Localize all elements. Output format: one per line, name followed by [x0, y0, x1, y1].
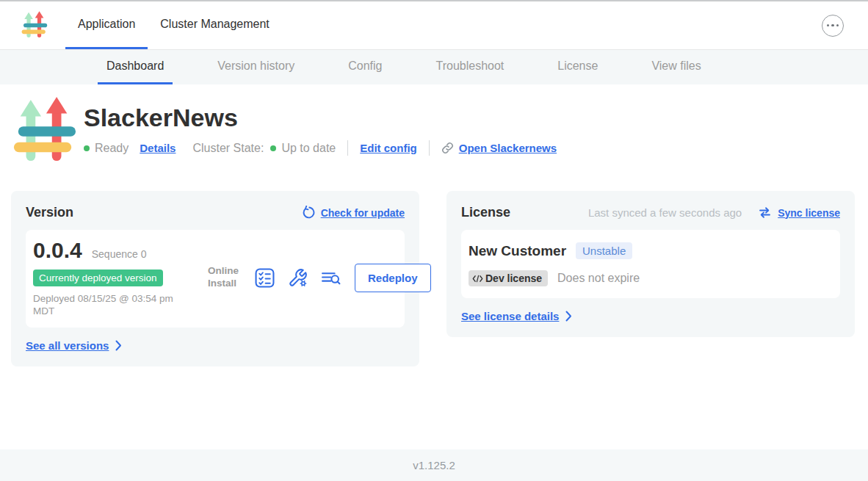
- chevron-right-icon: [115, 340, 122, 351]
- refresh-icon: [301, 206, 315, 220]
- deployed-timestamp: Deployed 08/15/25 @ 03:54 pm MDT: [33, 292, 192, 318]
- subtab-dashboard[interactable]: Dashboard: [98, 50, 173, 84]
- license-type-badge: Dev license: [469, 270, 548, 286]
- open-app-link-label: Open Slackernews: [459, 142, 557, 154]
- subtab-view-files-label: View files: [651, 59, 701, 73]
- app-logo-small[interactable]: [21, 1, 48, 49]
- deployed-status-badge: Currently deployed version: [33, 270, 163, 286]
- app-status-text: Ready: [95, 142, 129, 155]
- sync-icon: [758, 206, 772, 220]
- config-wrench-icon[interactable]: [288, 268, 308, 288]
- cluster-state-value: Up to date: [281, 142, 336, 155]
- console-footer: v1.125.2: [0, 449, 868, 481]
- license-card: License Last synced a few seconds ago Sy…: [446, 191, 855, 337]
- subtab-version-history-label: Version history: [217, 59, 294, 73]
- preflight-checklist-icon[interactable]: [255, 268, 275, 288]
- subtab-view-files[interactable]: View files: [643, 50, 709, 84]
- dashboard-cards: Version Check for update 0.0.4 Sequ: [11, 191, 859, 366]
- check-for-update-link[interactable]: Check for update: [321, 207, 405, 219]
- console-version: v1.125.2: [413, 459, 455, 471]
- subtab-troubleshoot-label: Troubleshoot: [435, 59, 504, 73]
- subtab-version-history[interactable]: Version history: [209, 50, 303, 84]
- license-card-title: License: [461, 205, 510, 220]
- divider: [347, 140, 348, 156]
- last-synced-text: Last synced a few seconds ago: [588, 206, 742, 219]
- subtab-license[interactable]: License: [549, 50, 607, 84]
- version-number: 0.0.4: [33, 238, 82, 263]
- subtab-license-label: License: [557, 59, 598, 73]
- license-expiration: Does not expire: [557, 272, 640, 285]
- see-all-versions-link[interactable]: See all versions: [26, 339, 109, 352]
- version-card-title: Version: [26, 205, 73, 220]
- divider: [429, 140, 430, 156]
- link-icon: [441, 142, 454, 154]
- license-details-panel: New Customer Unstable Dev license: [461, 230, 840, 298]
- code-icon: [472, 275, 483, 283]
- edit-config-link[interactable]: Edit config: [360, 142, 417, 154]
- ready-status-dot: [84, 145, 90, 151]
- app-status-row: Ready Details Cluster State: Up to date …: [84, 140, 557, 156]
- subtab-config[interactable]: Config: [339, 50, 391, 84]
- details-link[interactable]: Details: [140, 142, 176, 154]
- slackernews-logo-large: [11, 94, 77, 172]
- tab-cluster-management-label: Cluster Management: [160, 18, 270, 31]
- channel-badge: Unstable: [576, 242, 632, 259]
- current-version-panel: 0.0.4 Sequence 0 Currently deployed vers…: [26, 230, 405, 328]
- version-sequence: Sequence 0: [92, 248, 147, 260]
- tab-application[interactable]: Application: [65, 1, 148, 49]
- subtab-dashboard-label: Dashboard: [106, 59, 164, 73]
- dashboard-main: SlackerNews Ready Details Cluster State:…: [0, 84, 868, 449]
- subtab-config-label: Config: [348, 59, 382, 73]
- view-logs-icon[interactable]: [321, 268, 341, 288]
- cluster-status-dot: [270, 145, 276, 151]
- sync-license-link[interactable]: Sync license: [778, 207, 840, 219]
- customer-name: New Customer: [469, 243, 566, 259]
- slackernews-logo-icon: [21, 10, 48, 40]
- top-nav-bar: Application Cluster Management: [0, 0, 868, 50]
- see-license-details-link[interactable]: See license details: [461, 310, 559, 322]
- version-card: Version Check for update 0.0.4 Sequ: [11, 191, 419, 366]
- app-sub-nav: Dashboard Version history Config Trouble…: [0, 50, 868, 84]
- install-type-label: Online Install: [208, 265, 242, 290]
- chevron-right-icon: [565, 311, 572, 322]
- redeploy-button[interactable]: Redeploy: [355, 264, 431, 292]
- cluster-state-label: Cluster State:: [192, 142, 264, 155]
- topbar-tabs: Application Cluster Management: [65, 1, 282, 49]
- subtab-troubleshoot[interactable]: Troubleshoot: [427, 50, 513, 84]
- license-type-label: Dev license: [485, 272, 542, 284]
- app-header: SlackerNews Ready Details Cluster State:…: [11, 94, 859, 172]
- tab-cluster-management[interactable]: Cluster Management: [148, 1, 282, 49]
- more-menu-button[interactable]: [822, 15, 844, 37]
- tab-application-label: Application: [78, 18, 135, 31]
- open-app-link[interactable]: Open Slackernews: [441, 142, 557, 154]
- page-title: SlackerNews: [84, 104, 557, 131]
